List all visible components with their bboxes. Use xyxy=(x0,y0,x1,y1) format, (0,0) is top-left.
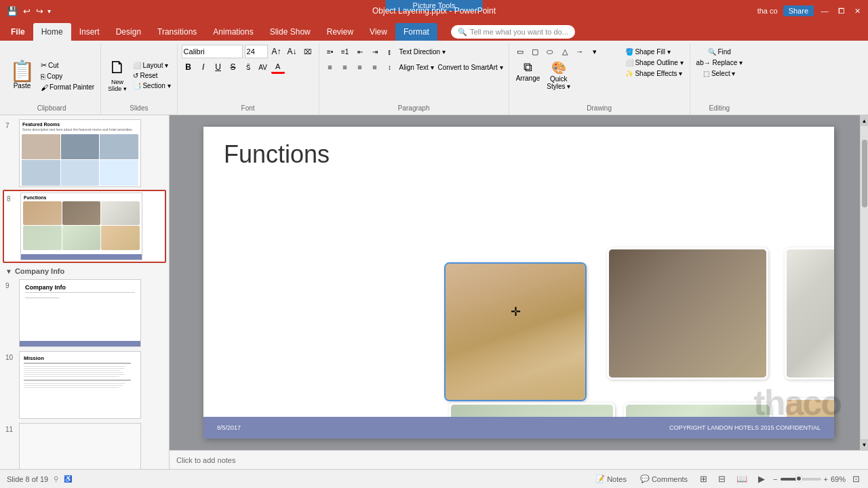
tab-file[interactable]: File xyxy=(3,23,33,41)
redo-button[interactable]: ↪ xyxy=(35,5,45,18)
text-direction-button[interactable]: Text Direction ▾ xyxy=(398,47,447,57)
format-painter-button[interactable]: 🖌 Format Painter xyxy=(39,83,96,92)
photo-bridesmaids[interactable]: ✛ xyxy=(444,262,587,401)
customize-button[interactable]: ▾ xyxy=(47,7,51,15)
share-button[interactable]: Share xyxy=(783,5,814,16)
reading-view-button[interactable]: 📖 xyxy=(734,472,750,485)
status-left: Slide 8 of 19 ⚲ ♿ xyxy=(7,475,72,483)
line-spacing-button[interactable]: ↕ xyxy=(383,60,397,74)
cut-button[interactable]: ✂ Cut xyxy=(39,60,96,70)
new-slide-button[interactable]: 🗋 New Slide ▾ xyxy=(105,56,130,93)
slide-thumbnail-8[interactable]: 8 Functions xyxy=(3,190,166,263)
align-text-button[interactable]: Align Text ▾ xyxy=(398,62,435,73)
tab-slideshow[interactable]: Slide Show xyxy=(262,23,319,41)
tell-me-placeholder: Tell me what you want to do... xyxy=(470,28,568,36)
shape-fill-button[interactable]: 🪣 Shape Fill ▾ xyxy=(623,47,686,56)
restore-button[interactable]: ⧠ xyxy=(835,5,846,16)
font-size-increase[interactable]: A↑ xyxy=(270,45,283,58)
justify-button[interactable]: ≡ xyxy=(368,60,382,74)
tab-design[interactable]: Design xyxy=(108,23,149,41)
select-button[interactable]: ⬚ Select ▾ xyxy=(701,69,737,78)
drawing-group: ▭ ▢ ⬭ △ → ▾ ⧉ Arrange 🎨 Quick Styles ▾ xyxy=(509,43,690,115)
font-group: A↑ A↓ ⌧ B I U S S̈ AV A Font xyxy=(178,43,319,115)
shape-arrow[interactable]: → xyxy=(573,45,587,58)
slide-title: Functions xyxy=(224,140,330,169)
replace-button[interactable]: ab→ Replace ▾ xyxy=(694,58,745,67)
tab-animations[interactable]: Animations xyxy=(205,23,261,41)
tab-view[interactable]: View xyxy=(361,23,395,41)
title-bar-left: 💾 ↩ ↪ ▾ xyxy=(5,5,51,18)
close-button[interactable]: ✕ xyxy=(852,5,863,16)
shape-oval[interactable]: ⬭ xyxy=(543,45,557,58)
italic-button[interactable]: I xyxy=(197,60,210,74)
undo-button[interactable]: ↩ xyxy=(22,5,32,18)
strikethrough-button[interactable]: S xyxy=(226,60,240,74)
shape-triangle[interactable]: △ xyxy=(558,45,572,58)
editing-group: 🔍 Find ab→ Replace ▾ ⬚ Select ▾ Editing xyxy=(690,43,749,115)
slide-thumbnail-9[interactable]: 9 Company Info —————————— xyxy=(3,278,166,348)
notes-placeholder: Click to add notes xyxy=(176,456,235,464)
shape-outline-button[interactable]: ⬜ Shape Outline ▾ xyxy=(623,58,686,67)
zoom-slider[interactable]: − + 69% xyxy=(773,475,846,483)
font-size-decrease[interactable]: A↓ xyxy=(285,45,299,58)
section-company-info[interactable]: ▼ Company Info xyxy=(3,264,166,278)
slide-thumbnail-10[interactable]: 10 Mission xyxy=(3,350,166,420)
slide-canvas-area[interactable]: Functions ✛ xyxy=(170,115,868,450)
increase-indent[interactable]: ⇥ xyxy=(368,45,382,58)
save-button[interactable]: 💾 xyxy=(5,5,19,18)
tab-review[interactable]: Review xyxy=(319,23,361,41)
slide-thumbnail-7[interactable]: 7 Featured Rooms Some description text h… xyxy=(3,118,166,188)
slide-thumbnail-11[interactable]: 11 xyxy=(3,422,166,469)
arrange-button[interactable]: ⧉ Arrange xyxy=(513,59,543,92)
underline-button[interactable]: U xyxy=(212,60,225,74)
find-button[interactable]: 🔍 Find xyxy=(706,47,733,56)
decrease-indent[interactable]: ⇤ xyxy=(353,45,367,58)
footer-date: 8/5/2017 xyxy=(217,424,241,431)
convert-smartart-button[interactable]: Convert to SmartArt ▾ xyxy=(437,62,505,73)
shape-effects-button[interactable]: ✨ Shape Effects ▾ xyxy=(623,69,686,78)
fit-slide-button[interactable]: ⊡ xyxy=(851,474,861,484)
photo-wedding-crowd[interactable] xyxy=(607,247,768,380)
align-right-button[interactable]: ≡ xyxy=(353,60,367,74)
slide-info: Slide 8 of 19 xyxy=(7,475,48,483)
shape-rounded-rect[interactable]: ▢ xyxy=(528,45,542,58)
notes-button[interactable]: 📝 Notes xyxy=(591,473,631,485)
font-size-input[interactable] xyxy=(245,45,268,58)
font-color-button[interactable]: A xyxy=(271,60,285,74)
main-area: Functions ✛ xyxy=(170,115,868,469)
align-center-button[interactable]: ≡ xyxy=(338,60,352,74)
slide-sorter-button[interactable]: ⊟ xyxy=(715,472,728,485)
quick-styles-button[interactable]: 🎨 Quick Styles ▾ xyxy=(544,59,573,92)
tab-format[interactable]: Format xyxy=(395,23,437,41)
minimize-button[interactable]: — xyxy=(819,5,830,16)
shadow-button[interactable]: S̈ xyxy=(241,60,255,74)
align-left-button[interactable]: ≡ xyxy=(323,60,337,74)
section-button[interactable]: 📑 Section ▾ xyxy=(131,81,173,90)
shape-rect[interactable]: ▭ xyxy=(513,45,527,58)
spacing-button[interactable]: AV xyxy=(256,60,270,74)
tell-me-input[interactable]: 🔍 Tell me what you want to do... xyxy=(451,25,575,39)
comments-button[interactable]: 💬 Comments xyxy=(636,473,692,485)
vertical-scrollbar[interactable]: ▲ ▼ xyxy=(860,115,868,450)
clear-format-button[interactable]: ⌧ xyxy=(301,45,315,58)
bold-button[interactable]: B xyxy=(182,60,195,74)
status-right: 📝 Notes 💬 Comments ⊞ ⊟ 📖 ▶ − + 69% ⊡ xyxy=(591,472,861,485)
tab-insert[interactable]: Insert xyxy=(71,23,108,41)
layout-button[interactable]: ⬜ Layout ▾ xyxy=(131,61,173,70)
photo-chefs[interactable] xyxy=(785,247,834,380)
notes-bar[interactable]: Click to add notes xyxy=(170,450,868,469)
bullets-button[interactable]: ≡• xyxy=(323,45,337,58)
columns-button[interactable]: ⫿ xyxy=(383,45,397,58)
font-family-input[interactable] xyxy=(182,45,243,58)
paste-button[interactable]: 📋 Paste xyxy=(7,58,37,91)
tab-home[interactable]: Home xyxy=(33,23,71,41)
tab-transitions[interactable]: Transitions xyxy=(149,23,205,41)
slideshow-button[interactable]: ▶ xyxy=(755,472,768,485)
normal-view-button[interactable]: ⊞ xyxy=(697,472,710,485)
numbering-button[interactable]: ≡1 xyxy=(338,45,352,58)
reset-button[interactable]: ↺ Reset xyxy=(131,71,173,80)
slides-panel[interactable]: 7 Featured Rooms Some description text h… xyxy=(0,115,170,469)
shapes-more[interactable]: ▾ xyxy=(588,45,601,58)
copy-button[interactable]: ⎘ Copy xyxy=(39,72,96,81)
app-container: 7 Featured Rooms Some description text h… xyxy=(0,115,868,469)
